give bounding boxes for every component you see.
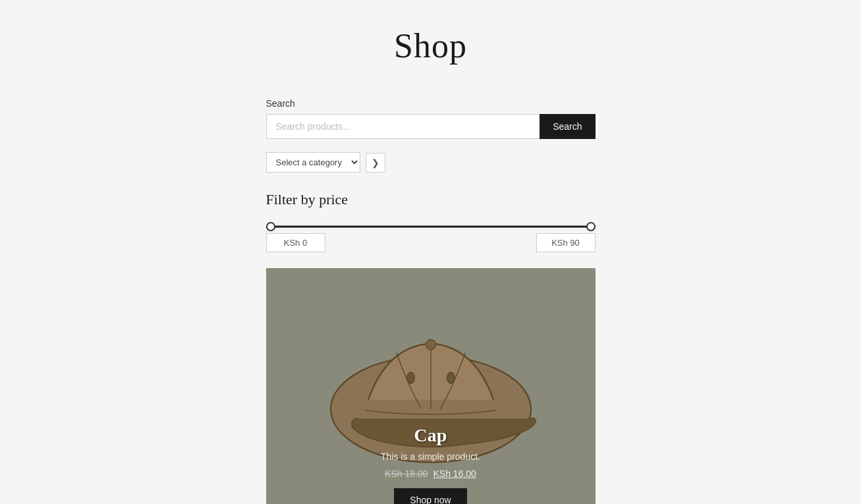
product-description: This is a simple product.: [279, 451, 582, 462]
shop-now-button[interactable]: Shop now: [394, 488, 466, 504]
search-input[interactable]: [266, 114, 540, 139]
product-info-overlay: Cap This is a simple product. KSh 18.00 …: [266, 412, 596, 504]
product-card: Cap This is a simple product. KSh 18.00 …: [266, 268, 596, 504]
category-select[interactable]: Select a category Caps Hats Accessories: [266, 152, 360, 173]
price-range-slider: [266, 220, 596, 233]
svg-point-1: [426, 340, 435, 350]
page-title: Shop: [13, 26, 848, 65]
price-inputs-row: KSh 0 KSh 90: [266, 233, 596, 252]
original-price: KSh 18.00: [385, 468, 428, 479]
svg-point-3: [447, 372, 454, 383]
sale-price: KSh 16.00: [433, 468, 476, 479]
search-label: Search: [266, 98, 596, 109]
price-min-display: KSh 0: [266, 233, 325, 252]
search-row: Search: [266, 114, 596, 139]
chevron-right-icon: ❯: [372, 157, 379, 168]
filter-by-price-title: Filter by price: [266, 191, 596, 208]
svg-point-2: [406, 372, 414, 383]
filter-section: Filter by price KSh 0 KSh 90: [266, 191, 596, 252]
product-name: Cap: [279, 425, 582, 446]
product-prices: KSh 18.00 KSh 16.00: [279, 468, 582, 479]
search-button[interactable]: Search: [540, 114, 595, 139]
category-row: Select a category Caps Hats Accessories …: [266, 152, 596, 173]
price-max-display: KSh 90: [536, 233, 596, 252]
price-track: [266, 226, 596, 228]
category-next-button[interactable]: ❯: [366, 153, 385, 173]
search-section: Search Search: [266, 98, 596, 139]
